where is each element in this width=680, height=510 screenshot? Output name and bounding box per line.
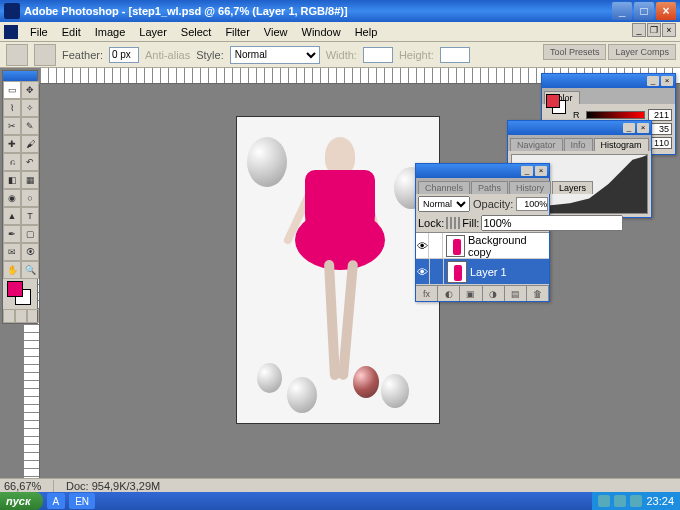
start-button[interactable]: пуск — [0, 492, 43, 510]
layer-style-icon[interactable]: fx — [416, 286, 438, 301]
wand-tool[interactable]: ✧ — [21, 99, 39, 117]
panel-minimize-button[interactable]: _ — [521, 166, 533, 176]
color-panel-titlebar[interactable]: _ × — [542, 74, 675, 88]
layers-tab[interactable]: Layers — [552, 181, 593, 194]
lock-all-icon[interactable] — [458, 217, 460, 229]
lasso-tool[interactable]: ⌇ — [3, 99, 21, 117]
panel-minimize-button[interactable]: _ — [647, 76, 659, 86]
eraser-tool[interactable]: ◧ — [3, 171, 21, 189]
menu-help[interactable]: Help — [349, 24, 384, 40]
menu-layer[interactable]: Layer — [133, 24, 173, 40]
eyedropper-tool[interactable]: ⦿ — [21, 243, 39, 261]
link-icon[interactable] — [429, 233, 442, 259]
lock-position-icon[interactable] — [454, 217, 456, 229]
pen-tool[interactable]: ✒ — [3, 225, 21, 243]
selection-mode-new-icon[interactable] — [34, 44, 56, 66]
height-input — [440, 47, 470, 63]
minimize-button[interactable]: _ — [612, 2, 632, 20]
document-canvas[interactable] — [236, 116, 440, 424]
panel-close-button[interactable]: × — [637, 123, 649, 133]
color-swatches[interactable] — [3, 279, 37, 309]
history-brush-tool[interactable]: ↶ — [21, 153, 39, 171]
panel-minimize-button[interactable]: _ — [623, 123, 635, 133]
tray-icon[interactable] — [614, 495, 626, 507]
close-button[interactable]: × — [656, 2, 676, 20]
style-select[interactable]: Normal — [230, 46, 320, 64]
visibility-icon[interactable]: 👁 — [416, 259, 430, 285]
r-slider[interactable] — [586, 111, 645, 119]
opacity-input[interactable] — [516, 197, 548, 211]
marquee-tool[interactable]: ▭ — [3, 81, 21, 99]
maximize-button[interactable]: □ — [634, 2, 654, 20]
fill-input[interactable] — [481, 215, 623, 231]
layer-name[interactable]: Layer 1 — [470, 266, 507, 278]
zoom-tool[interactable]: 🔍 — [21, 261, 39, 279]
channels-tab[interactable]: Channels — [418, 181, 470, 194]
gradient-tool[interactable]: ▦ — [21, 171, 39, 189]
type-tool[interactable]: T — [21, 207, 39, 225]
menu-select[interactable]: Select — [175, 24, 218, 40]
layer-thumbnail[interactable] — [447, 261, 467, 283]
navigator-tab[interactable]: Navigator — [510, 138, 563, 151]
quickmask-mode-icon[interactable] — [15, 309, 27, 323]
info-tab[interactable]: Info — [564, 138, 593, 151]
link-icon[interactable] — [430, 259, 444, 285]
lock-pixels-icon[interactable] — [450, 217, 452, 229]
taskbar-lang[interactable]: EN — [69, 493, 95, 509]
palette-tab-tool-presets[interactable]: Tool Presets — [543, 44, 607, 60]
layers-panel-titlebar[interactable]: _ × — [416, 164, 549, 178]
shape-tool[interactable]: ▢ — [21, 225, 39, 243]
standard-mode-icon[interactable] — [3, 309, 15, 323]
layer-name[interactable]: Background copy — [468, 234, 549, 258]
histogram-tab[interactable]: Histogram — [594, 138, 649, 151]
blur-tool[interactable]: ◉ — [3, 189, 21, 207]
tray-icon[interactable] — [630, 495, 642, 507]
path-select-tool[interactable]: ▲ — [3, 207, 21, 225]
dodge-tool[interactable]: ○ — [21, 189, 39, 207]
foreground-color-swatch[interactable] — [7, 281, 23, 297]
menu-image[interactable]: Image — [89, 24, 132, 40]
current-tool-icon[interactable] — [6, 44, 28, 66]
doc-minimize-button[interactable]: _ — [632, 23, 646, 37]
new-set-icon[interactable]: ▣ — [460, 286, 482, 301]
brush-tool[interactable]: 🖌 — [21, 135, 39, 153]
new-layer-icon[interactable]: ▤ — [505, 286, 527, 301]
histogram-panel-titlebar[interactable]: _ × — [508, 121, 651, 135]
feather-input[interactable] — [109, 47, 139, 63]
panel-close-button[interactable]: × — [535, 166, 547, 176]
paths-tab[interactable]: Paths — [471, 181, 508, 194]
hand-tool[interactable]: ✋ — [3, 261, 21, 279]
crop-tool[interactable]: ✂ — [3, 117, 21, 135]
layer-thumbnail[interactable] — [446, 235, 465, 257]
menu-filter[interactable]: Filter — [219, 24, 255, 40]
menu-edit[interactable]: Edit — [56, 24, 87, 40]
move-tool[interactable]: ✥ — [21, 81, 39, 99]
layer-item[interactable]: 👁 Background copy — [416, 233, 549, 259]
blend-mode-select[interactable]: Normal — [418, 196, 470, 212]
slice-tool[interactable]: ✎ — [21, 117, 39, 135]
stamp-tool[interactable]: ⎌ — [3, 153, 21, 171]
adjustment-layer-icon[interactable]: ◑ — [483, 286, 505, 301]
visibility-icon[interactable]: 👁 — [416, 233, 429, 259]
menu-view[interactable]: View — [258, 24, 294, 40]
doc-close-button[interactable]: × — [662, 23, 676, 37]
screen-mode-icon[interactable] — [27, 309, 39, 323]
delete-layer-icon[interactable]: 🗑 — [527, 286, 549, 301]
notes-tool[interactable]: ✉ — [3, 243, 21, 261]
lock-transparency-icon[interactable] — [446, 217, 448, 229]
panel-close-button[interactable]: × — [661, 76, 673, 86]
heal-tool[interactable]: ✚ — [3, 135, 21, 153]
clock[interactable]: 23:24 — [646, 495, 674, 507]
toolbox-grip[interactable] — [3, 71, 37, 81]
layer-item[interactable]: 👁 Layer 1 — [416, 259, 549, 285]
zoom-value[interactable]: 66,67% — [4, 480, 54, 492]
doc-restore-button[interactable]: ❐ — [647, 23, 661, 37]
menu-file[interactable]: File — [24, 24, 54, 40]
layer-mask-icon[interactable]: ◐ — [438, 286, 460, 301]
palette-tab-layer-comps[interactable]: Layer Comps — [608, 44, 676, 60]
menu-window[interactable]: Window — [296, 24, 347, 40]
history-tab[interactable]: History — [509, 181, 551, 194]
tray-icon[interactable] — [598, 495, 610, 507]
taskbar-item[interactable]: A — [47, 493, 66, 509]
color-preview[interactable] — [546, 94, 566, 114]
